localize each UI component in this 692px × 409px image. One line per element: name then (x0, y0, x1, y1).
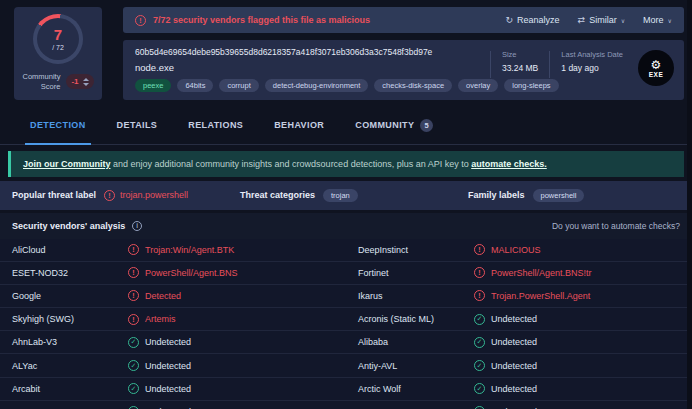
community-score-card: 7 / 72 Community Score -1 (14, 7, 102, 100)
threat-categories-label: Threat categories (240, 190, 315, 200)
reanalyze-icon: ↻ (506, 15, 514, 25)
chevron-down-icon: ∨ (668, 17, 672, 24)
result-text: Trojan:Win/Agent.BTK (145, 245, 234, 255)
clean-check-icon: ✓ (474, 383, 485, 394)
malicious-icon: ! (128, 314, 139, 325)
tab-details[interactable]: DETAILS (117, 107, 158, 144)
vote-up-icon[interactable] (83, 78, 89, 81)
threat-category-pill[interactable]: trojan (323, 189, 358, 202)
table-row: AliCloud!Trojan:Win/Agent.BTK (0, 239, 346, 262)
table-row: Skyhigh (SWG)!Artemis (0, 308, 346, 331)
reanalyze-button[interactable]: ↻ Reanalyze (506, 15, 560, 25)
popular-threat-value[interactable]: ! trojan.powershell (104, 190, 188, 201)
vendor-result: ✓Undetected (128, 383, 191, 394)
table-row: Arctic Wolf✓Undetected (346, 378, 692, 401)
file-details-card: 60b5d4e69654debe95b39655d8d6218357a418f3… (123, 40, 684, 100)
result-text: Undetected (491, 361, 537, 371)
tag-detect-debug-environment[interactable]: detect-debug-environment (265, 79, 369, 92)
table-row: ESET-NOD32!PowerShell/Agent.BNS (0, 262, 346, 285)
similar-button[interactable]: ⇄ Similar ∨ (578, 15, 625, 25)
automate-checks-link[interactable]: automate checks. (471, 159, 547, 169)
table-row: Google!Detected (0, 285, 346, 308)
file-size: Size 33.24 MB (502, 50, 538, 73)
vendor-name: AhnLab-V3 (12, 337, 128, 347)
tab-community[interactable]: COMMUNITY 5 (355, 107, 433, 144)
vendor-name: ALYac (12, 361, 128, 371)
malicious-icon: ! (474, 244, 485, 255)
table-row: Arcabit✓Undetected (0, 378, 346, 401)
malicious-icon: ! (128, 267, 139, 278)
result-text: MALICIOUS (491, 245, 541, 255)
vendors-analysis-title: Security vendors' analysis (12, 221, 125, 231)
community-votes[interactable]: -1 (66, 74, 93, 89)
result-text: Trojan.PowerShell.Agent (491, 291, 590, 301)
virustotal-detection-page: 7 / 72 Community Score -1 (0, 0, 692, 409)
table-row: AhnLab-V3✓Undetected (0, 331, 346, 354)
clean-check-icon: ✓ (128, 360, 139, 371)
vendor-result: ✓Undetected (474, 360, 537, 371)
result-text: Undetected (145, 361, 191, 371)
tag-checks-disk-space[interactable]: checks-disk-space (374, 79, 452, 92)
vendor-name: ESET-NOD32 (12, 268, 128, 278)
vendor-result: !PowerShell/Agent.BNS (128, 267, 238, 278)
threat-classification-row: Popular threat label ! trojan.powershell… (0, 181, 692, 210)
clean-check-icon: ✓ (474, 360, 485, 371)
popular-threat-label: Popular threat label (12, 190, 96, 200)
detections-count: 7 (54, 27, 62, 42)
clean-check-icon: ✓ (128, 337, 139, 348)
result-text: PowerShell/Agent.BNS (145, 268, 238, 278)
vendor-name: AliCloud (12, 245, 128, 255)
table-row: Fortinet!PowerShell/Agent.BNS!tr (346, 262, 692, 285)
tab-behavior[interactable]: BEHAVIOR (274, 107, 324, 144)
file-report-header: 7 / 72 Community Score -1 (0, 0, 692, 107)
tag-64bits[interactable]: 64bits (177, 79, 213, 92)
vendor-result: !PowerShell/Agent.BNS!tr (474, 267, 592, 278)
vendor-result: !Detected (128, 290, 181, 301)
vendor-result: !Trojan.PowerShell.Agent (474, 290, 590, 301)
file-name: node.exe (135, 62, 478, 73)
table-row: Alibaba✓Undetected (346, 331, 692, 354)
gear-icon: ⚙ (651, 59, 662, 71)
tab-detection[interactable]: DETECTION (30, 107, 86, 144)
result-text: Undetected (491, 314, 537, 324)
result-text: Undetected (491, 384, 537, 394)
vendor-name: Arcabit (12, 384, 128, 394)
vendor-result: ✓Undetected (128, 360, 191, 371)
malicious-icon: ! (128, 290, 139, 301)
clean-check-icon: ✓ (474, 314, 485, 325)
table-row: DeepInstinct!MALICIOUS (346, 239, 692, 262)
vendors-analysis-header: Security vendors' analysis i Do you want… (0, 213, 692, 239)
tag-corrupt[interactable]: corrupt (219, 79, 258, 92)
vendor-result: !Artemis (128, 314, 176, 325)
chevron-down-icon: ∨ (621, 17, 625, 24)
family-label-pill[interactable]: powershell (533, 189, 585, 202)
vendor-name: Antiy-AVL (358, 361, 474, 371)
vendor-result: ✓Undetected (128, 337, 191, 348)
vendor-name: DeepInstinct (358, 245, 474, 255)
result-text: Undetected (145, 384, 191, 394)
family-labels-label: Family labels (468, 190, 525, 200)
last-analysis-date: Last Analysis Date 1 day ago (561, 50, 623, 73)
result-text: Undetected (491, 337, 537, 347)
vendor-name: Acronis (Static ML) (358, 314, 474, 324)
join-community-link[interactable]: Join our Community (23, 159, 111, 169)
automate-checks-prompt[interactable]: Do you want to automate checks? (552, 221, 680, 231)
vendor-name: Arctic Wolf (358, 384, 474, 394)
warning-icon: ! (135, 15, 146, 26)
table-row: Ikarus!Trojan.PowerShell.Agent (346, 285, 692, 308)
tab-relations[interactable]: RELATIONS (188, 107, 243, 144)
tag-peexe[interactable]: peexe (135, 79, 171, 92)
vendor-result: !Trojan:Win/Agent.BTK (128, 244, 234, 255)
scrollbar[interactable] (687, 0, 692, 409)
more-button[interactable]: More ∨ (643, 15, 672, 25)
table-row: AVG✓Undetected (346, 401, 692, 409)
detections-total: / 72 (52, 44, 64, 51)
file-type-exe-badge: ⚙ EXE (638, 50, 674, 86)
report-tabs: DETECTION DETAILS RELATIONS BEHAVIOR COM… (0, 107, 692, 145)
clean-check-icon: ✓ (474, 337, 485, 348)
table-row: ALYac✓Undetected (0, 354, 346, 377)
alert-text: 7/72 security vendors flagged this file … (153, 15, 370, 25)
info-icon[interactable]: i (132, 221, 142, 231)
file-hash[interactable]: 60b5d4e69654debe95b39655d8d6218357a418f3… (135, 47, 478, 57)
vote-down-icon[interactable] (83, 83, 89, 86)
